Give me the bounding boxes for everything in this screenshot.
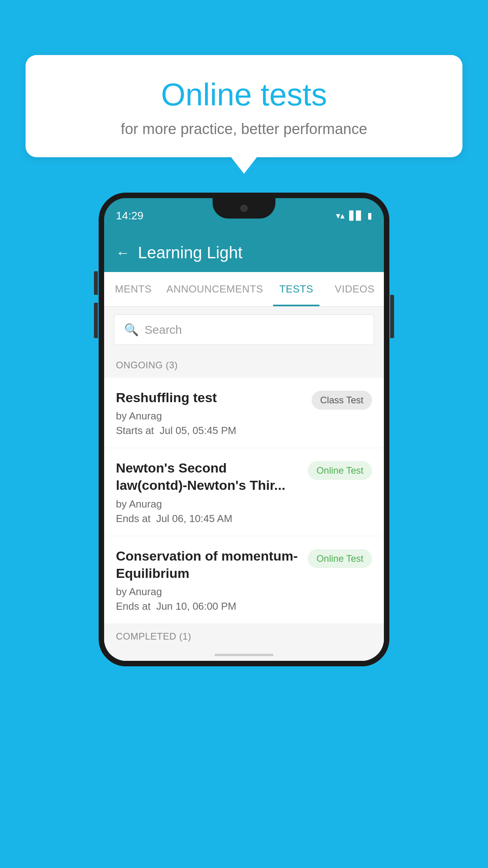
promo-bubble: Online tests for more practice, better p…	[26, 55, 462, 157]
phone-notch	[213, 198, 275, 219]
ongoing-section-label: ONGOING (3)	[104, 353, 384, 378]
status-bar: 14:29 ▾▴ ▋▊ ▮	[104, 198, 384, 234]
volume-up-button	[94, 271, 98, 295]
bubble-title: Online tests	[49, 77, 439, 113]
status-badge: Class Test	[312, 391, 372, 410]
phone-outer: 14:29 ▾▴ ▋▊ ▮ ← Learning Light	[99, 193, 389, 666]
signal-icon: ▋▊	[349, 211, 363, 221]
battery-icon: ▮	[367, 211, 372, 221]
status-badge: Online Test	[308, 461, 372, 480]
list-item[interactable]: Newton's Second law(contd)-Newton's Thir…	[104, 448, 384, 536]
test-author-1: by Anurag	[116, 410, 304, 422]
status-time: 14:29	[116, 210, 143, 222]
phone-mockup: 14:29 ▾▴ ▋▊ ▮ ← Learning Light	[99, 193, 389, 666]
status-badge: Online Test	[308, 549, 372, 568]
test-name-3: Conservation of momentum-Equilibrium	[116, 547, 300, 582]
phone-screen-area: 14:29 ▾▴ ▋▊ ▮ ← Learning Light	[99, 193, 389, 666]
status-icons: ▾▴ ▋▊ ▮	[336, 211, 372, 221]
camera	[240, 205, 248, 212]
tabs-bar: MENTS ANNOUNCEMENTS TESTS VIDEOS	[104, 272, 384, 307]
home-bar	[215, 654, 273, 656]
test-name-2: Newton's Second law(contd)-Newton's Thir…	[116, 459, 300, 494]
tab-videos[interactable]: VIDEOS	[325, 272, 384, 306]
tab-ments[interactable]: MENTS	[104, 272, 163, 306]
test-info-2: Newton's Second law(contd)-Newton's Thir…	[116, 459, 308, 524]
search-container: 🔍 Search	[104, 307, 384, 353]
test-author-2: by Anurag	[116, 498, 300, 510]
search-icon: 🔍	[124, 323, 139, 337]
test-info-3: Conservation of momentum-Equilibrium by …	[116, 547, 308, 612]
test-time-2: Ends at Jul 06, 10:45 AM	[116, 513, 300, 525]
test-info-1: Reshuffling test by Anurag Starts at Jul…	[116, 389, 312, 437]
test-time-1: Starts at Jul 05, 05:45 PM	[116, 425, 304, 437]
test-author-3: by Anurag	[116, 586, 300, 598]
bubble-subtitle: for more practice, better performance	[49, 121, 439, 138]
phone-screen-content: 🔍 Search ONGOING (3) Reshuffling test by…	[104, 307, 384, 661]
volume-down-button	[94, 303, 98, 338]
list-item[interactable]: Conservation of momentum-Equilibrium by …	[104, 536, 384, 624]
tab-tests[interactable]: TESTS	[267, 272, 326, 306]
completed-section-label: COMPLETED (1)	[104, 624, 384, 649]
home-indicator	[104, 649, 384, 661]
test-name-1: Reshuffling test	[116, 389, 304, 406]
power-button	[390, 295, 394, 338]
test-time-3: Ends at Jun 10, 06:00 PM	[116, 600, 300, 612]
list-item[interactable]: Reshuffling test by Anurag Starts at Jul…	[104, 378, 384, 448]
tab-announcements[interactable]: ANNOUNCEMENTS	[163, 272, 267, 306]
app-header: ← Learning Light	[104, 234, 384, 272]
wifi-icon: ▾▴	[336, 211, 345, 221]
back-button[interactable]: ←	[116, 245, 130, 261]
search-placeholder-text: Search	[145, 323, 182, 337]
app-header-title: Learning Light	[138, 243, 242, 262]
search-input[interactable]: 🔍 Search	[114, 314, 374, 345]
